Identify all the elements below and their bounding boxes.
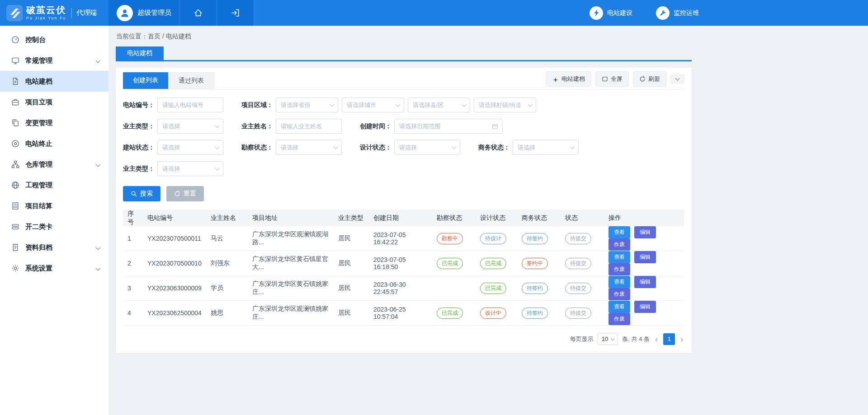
district-select[interactable]: 请选择县/区 <box>408 98 470 112</box>
tab-passed-list[interactable]: 通过列表 <box>168 72 214 89</box>
filter-create-time: 创建时间： 请选择日期范围 <box>360 119 503 134</box>
column-header-4: 业主类型 <box>334 210 369 226</box>
design-status-badge: 已完成 <box>480 283 506 294</box>
view-button[interactable]: 查看 <box>609 276 630 288</box>
per-page-label: 每页显示 <box>570 335 594 343</box>
void-button[interactable]: 作废 <box>609 263 630 275</box>
void-button[interactable]: 作废 <box>609 313 630 325</box>
design-status-select[interactable]: 请选择 <box>394 140 460 155</box>
status-status-cell: 待提交 <box>561 226 604 251</box>
nav-station-build[interactable]: 电站建设 <box>590 6 632 20</box>
prev-page-button[interactable]: ‹ <box>654 335 659 343</box>
tab-create-list[interactable]: 创建列表 <box>123 72 168 89</box>
sidebar-item-label: 电站建档 <box>25 77 52 86</box>
logo[interactable]: 破茧云伏 Po Jian Yun Fu 代理端 <box>0 0 108 26</box>
sidebar-item-sitemap[interactable]: 仓库管理 <box>0 154 108 175</box>
filter-owner-name: 业主姓名： <box>241 119 342 134</box>
search-button[interactable]: 搜索 <box>123 186 160 201</box>
business-status-select[interactable]: 请选择 <box>513 140 579 155</box>
business-status-badge: 待签约 <box>522 233 548 244</box>
design-status-cell: 已完成 <box>476 276 517 301</box>
view-button[interactable]: 查看 <box>609 301 630 313</box>
town-select[interactable]: 请选择村镇/街道 <box>474 98 536 112</box>
void-button[interactable]: 作废 <box>609 288 630 300</box>
calculator-icon <box>11 202 19 210</box>
sidebar-item-target[interactable]: 电站终止 <box>0 133 108 154</box>
nav-monitor-ops[interactable]: 监控运维 <box>656 6 699 20</box>
user-menu[interactable]: 超级管理员 <box>108 0 180 26</box>
home-button[interactable] <box>180 0 217 26</box>
survey-status-cell <box>432 276 476 301</box>
design-status-cell: 设计中 <box>476 301 517 326</box>
void-button[interactable]: 作废 <box>609 238 630 251</box>
filter-label: 建站状态： <box>123 144 155 152</box>
breadcrumb: 当前位置：首页 / 电站建档 <box>116 33 691 41</box>
sidebar-item-file[interactable]: 电站建档 <box>0 71 108 92</box>
page-number-1[interactable]: 1 <box>663 333 675 345</box>
sidebar-item-monitor[interactable]: 常规管理 <box>0 50 108 71</box>
select-placeholder: 请选择 <box>162 144 180 152</box>
build-status-select[interactable]: 请选择 <box>157 140 223 155</box>
page-size-value: 10 <box>602 336 608 342</box>
date-range-picker[interactable]: 请选择日期范围 <box>394 119 503 134</box>
select-placeholder: 请选择 <box>162 122 180 131</box>
station-no-input[interactable] <box>157 98 223 112</box>
row-index: 1 <box>123 226 143 251</box>
chevron-down-icon <box>96 245 100 250</box>
owner-type-select[interactable]: 请选择 <box>157 119 223 134</box>
view-button[interactable]: 查看 <box>609 251 630 263</box>
row-actions: 查看编辑作废 <box>604 276 684 301</box>
edit-button[interactable]: 编辑 <box>634 251 656 263</box>
edit-button[interactable]: 编辑 <box>634 276 656 288</box>
column-header-9: 状态 <box>561 210 604 226</box>
nav-label: 监控运维 <box>674 9 699 17</box>
refresh-label: 刷新 <box>648 75 660 83</box>
main-content: 当前位置：首页 / 电站建档 电站建档 创建列表 通过列表 ＋ 电站建档 <box>108 26 699 415</box>
survey-status-select[interactable]: 请选择 <box>276 140 342 155</box>
reset-button[interactable]: 重置 <box>166 186 204 201</box>
fullscreen-button[interactable]: 全屏 <box>595 71 629 87</box>
sidebar-item-dashboard[interactable]: 控制台 <box>0 29 108 50</box>
owner-type-cell: 居民 <box>334 276 369 301</box>
sidebar-item-card[interactable]: 开二类卡 <box>0 216 108 237</box>
sidebar-item-gear[interactable]: 系统设置 <box>0 258 108 279</box>
column-header-5: 创建日期 <box>369 210 432 226</box>
status-status-badge: 待提交 <box>565 233 591 244</box>
chevron-down-icon <box>675 76 680 81</box>
breadcrumb-home[interactable]: 首页 <box>148 33 160 40</box>
chevron-down-icon <box>215 123 220 128</box>
owner-type-2-select[interactable]: 请选择 <box>157 161 223 176</box>
top-header: 破茧云伏 Po Jian Yun Fu 代理端 超级管理员 <box>0 0 868 26</box>
sidebar-item-copy[interactable]: 变更管理 <box>0 112 108 133</box>
edit-button[interactable]: 编辑 <box>634 226 656 238</box>
next-page-button[interactable]: › <box>679 335 684 343</box>
archive-icon <box>11 243 19 252</box>
design-status-badge: 待设计 <box>480 233 506 244</box>
content-card: 创建列表 通过列表 ＋ 电站建档 全屏 <box>116 68 692 353</box>
sidebar-item-globe[interactable]: 工程管理 <box>0 175 108 196</box>
province-select[interactable]: 请选择省份 <box>276 98 338 112</box>
city-select[interactable]: 请选择城市 <box>342 98 404 112</box>
sidebar-item-calculator[interactable]: 项目结算 <box>0 196 108 216</box>
sidebar-item-label: 开二类卡 <box>25 223 52 231</box>
table-row: 3YX2023063000009学员广东深圳龙华区黄石镇姚家庄...居民2023… <box>123 276 684 301</box>
refresh-button[interactable]: 刷新 <box>633 71 666 87</box>
page-size-select[interactable]: 10 <box>598 333 618 345</box>
sidebar-item-archive[interactable]: 资料归档 <box>0 237 108 258</box>
edit-button[interactable]: 编辑 <box>634 301 656 313</box>
collapse-button[interactable] <box>670 75 684 84</box>
created-date-cell: 2023-06-25 10:57:04 <box>369 301 432 326</box>
logout-button[interactable] <box>217 0 254 26</box>
fullscreen-label: 全屏 <box>611 75 623 83</box>
header-nav: 电站建设 监控运维 <box>590 0 699 26</box>
survey-status-cell: 已完成 <box>432 301 476 326</box>
avatar <box>117 5 133 21</box>
view-button[interactable]: 查看 <box>609 226 630 238</box>
sidebar-item-briefcase[interactable]: 项目立项 <box>0 92 108 112</box>
owner-name-input[interactable] <box>276 119 342 134</box>
station-no-cell: YX2023062500004 <box>143 301 206 326</box>
chevron-down-icon <box>215 166 220 170</box>
add-station-button[interactable]: ＋ 电站建档 <box>546 71 591 87</box>
business-status-cell: 签约中 <box>517 251 561 276</box>
page-tab-active[interactable]: 电站建档 <box>116 47 164 60</box>
